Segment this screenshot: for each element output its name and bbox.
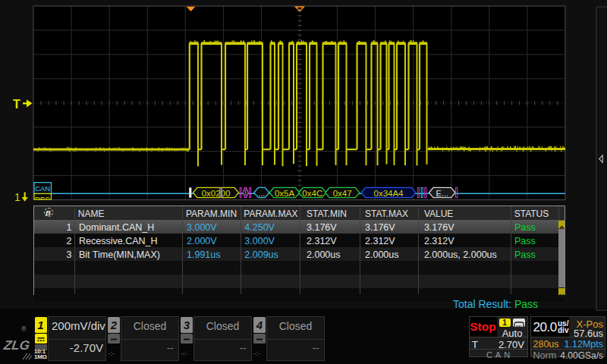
svg-text:0x47: 0x47 xyxy=(333,189,352,198)
svg-text:CAN: CAN xyxy=(35,184,50,193)
svg-text:0x0200: 0x0200 xyxy=(202,189,231,198)
svg-text:1: 1 xyxy=(14,191,20,203)
svg-text:E...: E... xyxy=(436,189,449,198)
svg-text:DEC: DEC xyxy=(35,195,50,203)
svg-text:T: T xyxy=(13,98,20,111)
svg-text:0x34A4: 0x34A4 xyxy=(373,189,404,198)
svg-text:...: ... xyxy=(258,189,265,198)
svg-text:0x4C: 0x4C xyxy=(302,189,322,198)
svg-text:0x5A: 0x5A xyxy=(275,189,295,198)
